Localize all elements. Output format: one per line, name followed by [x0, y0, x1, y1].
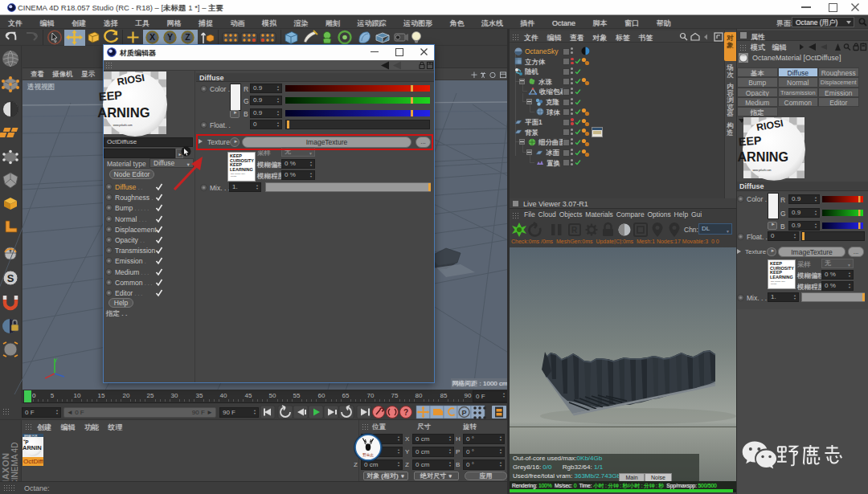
svg-text:Z: Z	[185, 32, 190, 42]
svg-text:Y: Y	[167, 32, 173, 42]
svg-text:ARNIN: ARNIN	[23, 444, 42, 451]
svg-text:?: ?	[403, 408, 408, 417]
svg-text:R: R	[571, 226, 578, 235]
svg-text:Y: Y	[54, 357, 58, 363]
svg-text:P: P	[461, 409, 466, 417]
svg-text:X: X	[149, 32, 155, 42]
svg-text:S: S	[7, 272, 14, 284]
svg-text:BREAK FOR: BREAK FOR	[24, 435, 37, 438]
svg-text:野鹿志: 野鹿志	[362, 453, 374, 457]
